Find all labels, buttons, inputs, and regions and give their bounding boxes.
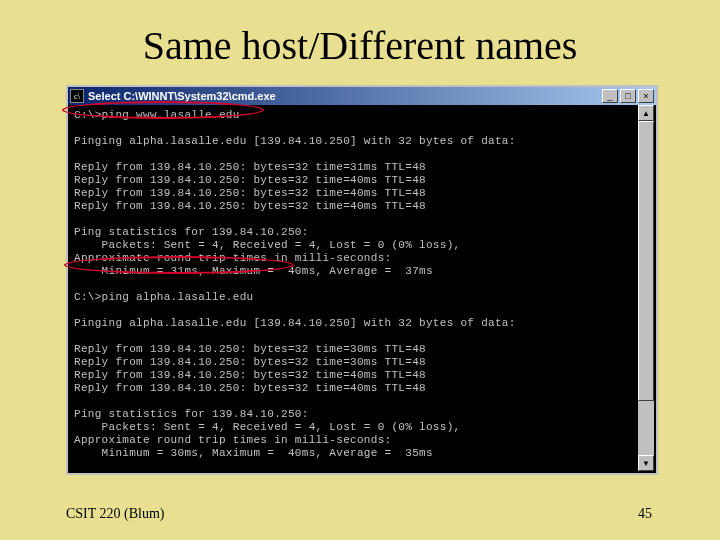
term-line: C:\>ping alpha.lasalle.edu xyxy=(74,291,253,303)
scroll-thumb[interactable] xyxy=(638,121,654,401)
term-line: Pinging alpha.lasalle.edu [139.84.10.250… xyxy=(74,135,516,147)
term-line: Minimum = 31ms, Maximum = 40ms, Average … xyxy=(74,265,433,277)
term-line: Reply from 139.84.10.250: bytes=32 time=… xyxy=(74,174,426,186)
footer-page-number: 45 xyxy=(638,506,652,522)
minimize-button[interactable]: _ xyxy=(602,89,618,103)
term-line: Reply from 139.84.10.250: bytes=32 time=… xyxy=(74,200,426,212)
term-line: Reply from 139.84.10.250: bytes=32 time=… xyxy=(74,369,426,381)
term-line: Minimum = 30ms, Maximum = 40ms, Average … xyxy=(74,447,433,459)
window-title: Select C:\WINNT\System32\cmd.exe xyxy=(88,90,602,102)
term-line: Pinging alpha.lasalle.edu [139.84.10.250… xyxy=(74,317,516,329)
term-line: Ping statistics for 139.84.10.250: xyxy=(74,226,309,238)
scrollbar[interactable]: ▲ ▼ xyxy=(638,105,654,471)
scroll-up-button[interactable]: ▲ xyxy=(638,105,654,121)
term-line: Approximate round trip times in milli-se… xyxy=(74,434,391,446)
maximize-button[interactable]: □ xyxy=(620,89,636,103)
term-line: Reply from 139.84.10.250: bytes=32 time=… xyxy=(74,356,426,368)
terminal-output[interactable]: C:\>ping www.lasalle.edu Pinging alpha.l… xyxy=(68,105,656,473)
window-buttons: _ □ × xyxy=(602,89,654,103)
slide-title: Same host/Different names xyxy=(0,0,720,69)
scroll-down-button[interactable]: ▼ xyxy=(638,455,654,471)
term-line: Reply from 139.84.10.250: bytes=32 time=… xyxy=(74,343,426,355)
term-line: Reply from 139.84.10.250: bytes=32 time=… xyxy=(74,382,426,394)
term-line: Packets: Sent = 4, Received = 4, Lost = … xyxy=(74,421,460,433)
term-line: Reply from 139.84.10.250: bytes=32 time=… xyxy=(74,187,426,199)
term-line: Ping statistics for 139.84.10.250: xyxy=(74,408,309,420)
close-button[interactable]: × xyxy=(638,89,654,103)
window-titlebar[interactable]: c\ Select C:\WINNT\System32\cmd.exe _ □ … xyxy=(68,87,656,105)
footer-course: CSIT 220 (Blum) xyxy=(66,506,165,522)
term-line: C:\>ping www.lasalle.edu xyxy=(74,109,240,121)
cmd-icon: c\ xyxy=(70,89,84,103)
cmd-window: c\ Select C:\WINNT\System32\cmd.exe _ □ … xyxy=(66,85,658,475)
term-line: Packets: Sent = 4, Received = 4, Lost = … xyxy=(74,239,460,251)
term-line: Approximate round trip times in milli-se… xyxy=(74,252,391,264)
term-line: Reply from 139.84.10.250: bytes=32 time=… xyxy=(74,161,426,173)
